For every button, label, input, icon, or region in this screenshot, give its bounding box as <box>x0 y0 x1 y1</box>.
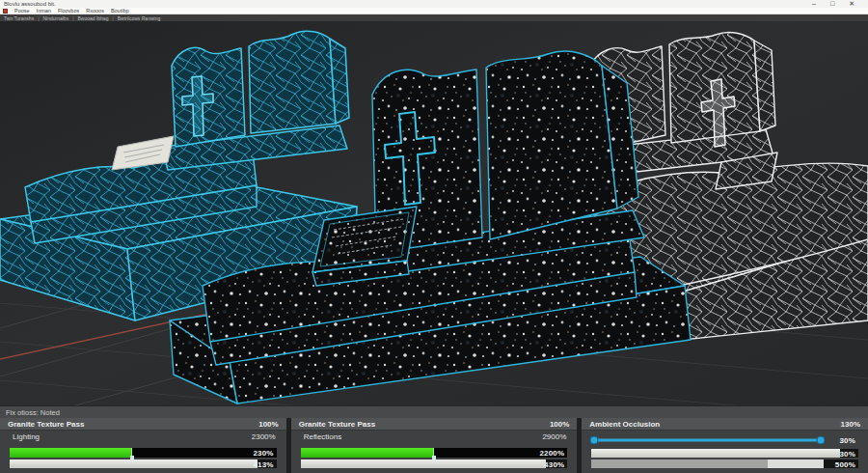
bar-fill <box>10 459 258 468</box>
app-icon <box>3 9 8 14</box>
window-title: Blovlu assoubod bit. <box>4 0 56 8</box>
app-window: Blovlu assoubod bit. – □ ✕ Poose Inman F… <box>0 0 868 473</box>
window-controls: – □ ✕ <box>812 0 864 8</box>
panel-value: 100% <box>550 420 569 429</box>
menu-item-1[interactable]: Poose <box>14 8 30 14</box>
panel-title: Granite Texture Pass <box>299 420 375 429</box>
toolbar-segment-3[interactable]: Bwooad Ibhag <box>77 15 108 21</box>
param-row-lighting: Lighting 2300% <box>0 431 286 443</box>
bar-value-label: 230% <box>253 449 273 458</box>
toolbar-separator: | <box>38 15 39 21</box>
panel-title: Granite Texture Pass <box>8 420 84 429</box>
viewport-3d[interactable] <box>0 21 868 405</box>
param-value: 2900% <box>542 432 566 441</box>
param-label: Lighting <box>13 432 40 441</box>
lighting-progress-bar[interactable]: 230% <box>10 448 277 458</box>
toolbar-separator: | <box>72 15 73 21</box>
menu-item-2[interactable]: Inman <box>37 8 51 14</box>
menu-item-4[interactable]: Rxooos <box>86 8 104 14</box>
ao-segmented-bar[interactable]: 500% <box>591 459 858 468</box>
bar-fill <box>591 449 839 458</box>
bar-value-label: 430% <box>544 459 564 468</box>
param-label: Reflections <box>304 432 342 441</box>
bar-value-label: 500% <box>835 459 855 468</box>
reflections-progress-bar[interactable]: 2200% <box>301 448 568 458</box>
toolbar-segment-2[interactable]: Nindurnalbs <box>42 15 68 21</box>
bar-value-label: 30% <box>839 449 855 458</box>
menu-item-3[interactable]: Floovbos <box>58 8 79 14</box>
bar-fill <box>301 459 547 468</box>
status-label: Fix otioss: Noted <box>6 408 60 417</box>
toolbar-segment-4[interactable]: Bwtrilcows Ranwing <box>118 15 160 21</box>
param-value: 2300% <box>252 432 276 441</box>
bar-segment-light <box>768 459 824 468</box>
panel-title: Ambient Occlusion <box>589 420 660 429</box>
minimize-button[interactable]: – <box>812 0 816 8</box>
bar-value-label: 413% <box>253 459 273 468</box>
lighting-secondary-bar[interactable]: 413% <box>10 459 277 468</box>
slider-knob-left[interactable] <box>590 435 599 444</box>
bar-value-label: 2200% <box>539 449 564 458</box>
ambient-occlusion-slider[interactable]: 30% <box>591 432 858 447</box>
panel-granite-pass-1: Granite Texture Pass 100% Lighting 2300%… <box>0 418 286 473</box>
scene-canvas <box>0 21 868 405</box>
panel-granite-pass-2: Granite Texture Pass 100% Reflections 29… <box>291 418 578 473</box>
panel-ambient-occlusion: Ambient Occlusion 130% 30% 30% 500% <box>582 418 868 473</box>
bottom-panels: Granite Texture Pass 100% Lighting 2300%… <box>0 418 868 473</box>
panel-value: 100% <box>258 420 278 429</box>
toolbar: Twn Turanshs | Nindurnalbs | Bwooad Ibha… <box>0 14 868 21</box>
toolbar-separator: | <box>112 15 113 21</box>
slider-value-label: 30% <box>839 435 855 444</box>
panel-value: 130% <box>841 420 860 429</box>
slider-track[interactable] <box>593 438 824 441</box>
titlebar: Blovlu assoubod bit. – □ ✕ <box>0 0 868 8</box>
reflections-secondary-bar[interactable]: 430% <box>301 459 568 468</box>
panel-header[interactable]: Ambient Occlusion 130% <box>582 418 868 431</box>
bar-fill <box>10 448 132 458</box>
panel-header[interactable]: Granite Texture Pass 100% <box>291 418 578 431</box>
menu-item-5[interactable]: Boutibp <box>111 8 129 14</box>
param-row-reflections: Reflections 2900% <box>291 431 578 443</box>
maximize-button[interactable]: □ <box>830 0 834 8</box>
bar-fill <box>301 448 434 458</box>
panel-header[interactable]: Granite Texture Pass 100% <box>0 418 286 431</box>
toolbar-segment-1[interactable]: Twn Turanshs <box>4 15 34 21</box>
menubar: Poose Inman Floovbos Rxooos Boutibp <box>0 8 868 14</box>
status-bar: Fix otioss: Noted <box>0 405 868 418</box>
close-button[interactable]: ✕ <box>849 0 854 8</box>
slider-knob-right[interactable] <box>817 435 826 444</box>
bar-segment-gray <box>591 459 768 468</box>
ao-progress-bar[interactable]: 30% <box>591 449 858 458</box>
